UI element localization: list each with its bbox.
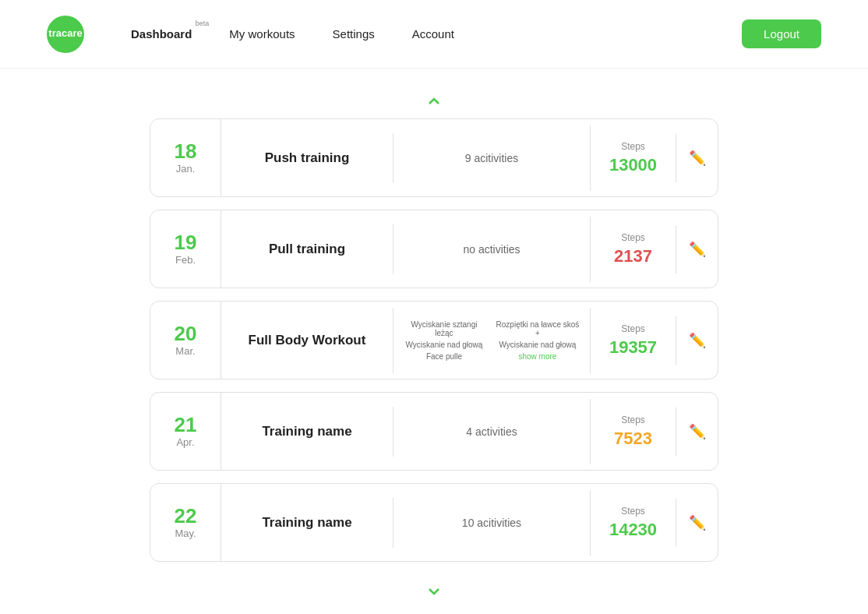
steps-value: 13000 bbox=[609, 155, 657, 175]
workout-name: Pull training bbox=[269, 242, 345, 257]
card-date: 18 Jan. bbox=[150, 119, 221, 196]
chevron-down-icon bbox=[425, 582, 443, 601]
navbar: tracare Dashboard beta My workouts Setti… bbox=[0, 0, 868, 69]
workout-name: Training name bbox=[262, 424, 351, 439]
steps-label: Steps bbox=[621, 506, 645, 517]
steps-label: Steps bbox=[621, 141, 645, 152]
scroll-down-button[interactable] bbox=[150, 574, 718, 609]
workout-list: 18 Jan. Push training 9 acitivities Step… bbox=[150, 118, 718, 562]
card-activities: 10 acitivities bbox=[393, 498, 590, 548]
card-activities: no activities bbox=[393, 224, 590, 274]
workout-name: Full Body Workout bbox=[249, 333, 366, 348]
edit-icon: ✏️ bbox=[689, 241, 706, 258]
card-steps: Steps 19357 bbox=[590, 308, 676, 373]
card-name: Training name bbox=[221, 496, 393, 549]
scroll-up-button[interactable] bbox=[150, 84, 718, 118]
edit-button[interactable]: ✏️ bbox=[676, 499, 718, 547]
card-activities: 9 acitivities bbox=[393, 133, 590, 183]
edit-icon: ✏️ bbox=[689, 514, 706, 531]
workout-name: Push training bbox=[265, 150, 350, 166]
card-date: 22 May. bbox=[150, 484, 221, 561]
edit-button[interactable]: ✏️ bbox=[676, 316, 718, 365]
nav-links: Dashboard beta My workouts Settings Acco… bbox=[131, 27, 742, 41]
steps-value: 7523 bbox=[614, 429, 652, 449]
date-number: 18 bbox=[175, 141, 197, 161]
edit-icon: ✏️ bbox=[689, 332, 706, 349]
card-activities-detail: Wyciskanie sztangi leżącWyciskanie nad g… bbox=[393, 308, 590, 373]
date-month: Jan. bbox=[176, 163, 196, 175]
detail-item: Wyciskanie nad głową bbox=[493, 341, 582, 349]
show-more-button[interactable]: show more bbox=[493, 352, 582, 361]
workout-card: 21 Apr. Training name 4 activities Steps… bbox=[150, 392, 718, 471]
chevron-up-icon bbox=[425, 92, 443, 111]
workout-name: Training name bbox=[262, 515, 351, 531]
detail-col-2: Rozpiętki na ławce skoś + Wyciskanie nad… bbox=[493, 320, 582, 361]
detail-item: Rozpiętki na ławce skoś + bbox=[493, 320, 582, 337]
detail-item: Face pulle bbox=[401, 352, 487, 361]
detail-item: Wyciskanie nad głową bbox=[401, 341, 487, 349]
activities-text: no activities bbox=[463, 243, 520, 256]
date-number: 22 bbox=[175, 506, 197, 526]
workout-card: 18 Jan. Push training 9 acitivities Step… bbox=[150, 118, 718, 197]
activities-text: 10 acitivities bbox=[462, 517, 521, 529]
workout-card: 19 Feb. Pull training no activities Step… bbox=[150, 210, 718, 288]
card-name: Pull training bbox=[221, 223, 393, 276]
card-date: 20 Mar. bbox=[150, 302, 221, 379]
steps-value: 14230 bbox=[609, 520, 657, 540]
card-steps: Steps 2137 bbox=[590, 217, 676, 282]
activities-text: 4 activities bbox=[466, 425, 517, 438]
date-month: Mar. bbox=[175, 345, 195, 357]
date-month: May. bbox=[175, 528, 196, 539]
edit-icon: ✏️ bbox=[689, 423, 706, 440]
date-month: Apr. bbox=[176, 436, 194, 448]
date-month: Feb. bbox=[175, 254, 196, 266]
detail-col-1: Wyciskanie sztangi leżącWyciskanie nad g… bbox=[401, 320, 487, 361]
edit-button[interactable]: ✏️ bbox=[676, 225, 718, 273]
logo: tracare bbox=[47, 16, 84, 53]
date-number: 21 bbox=[175, 415, 197, 435]
nav-link-settings[interactable]: Settings bbox=[333, 27, 375, 41]
card-steps: Steps 14230 bbox=[590, 490, 676, 556]
card-date: 19 Feb. bbox=[150, 210, 221, 288]
workout-card: 22 May. Training name 10 acitivities Ste… bbox=[150, 483, 718, 562]
edit-icon: ✏️ bbox=[689, 150, 706, 167]
workout-card: 20 Mar. Full Body Workout Wyciskanie szt… bbox=[150, 301, 718, 379]
card-name: Full Body Workout bbox=[221, 314, 393, 367]
card-steps: Steps 7523 bbox=[590, 399, 676, 464]
date-number: 20 bbox=[175, 323, 197, 344]
card-activities: 4 activities bbox=[393, 407, 590, 457]
steps-value: 19357 bbox=[609, 337, 657, 358]
detail-item: Wyciskanie sztangi leżąc bbox=[401, 320, 487, 337]
logout-button[interactable]: Logout bbox=[742, 19, 821, 48]
main-content: 18 Jan. Push training 9 acitivities Step… bbox=[150, 69, 718, 614]
steps-label: Steps bbox=[621, 415, 645, 425]
card-name: Training name bbox=[221, 405, 393, 458]
date-number: 19 bbox=[175, 232, 197, 252]
edit-button[interactable]: ✏️ bbox=[676, 134, 718, 182]
card-steps: Steps 13000 bbox=[590, 125, 676, 191]
steps-value: 2137 bbox=[614, 246, 652, 266]
nav-link-dashboard[interactable]: Dashboard beta bbox=[131, 27, 192, 41]
steps-label: Steps bbox=[621, 323, 645, 334]
activities-text: 9 acitivities bbox=[465, 152, 518, 164]
beta-badge: beta bbox=[196, 19, 210, 27]
card-date: 21 Apr. bbox=[150, 393, 221, 470]
card-name: Push training bbox=[221, 132, 393, 185]
nav-link-workouts[interactable]: My workouts bbox=[229, 27, 295, 41]
steps-label: Steps bbox=[621, 232, 645, 243]
nav-link-account[interactable]: Account bbox=[412, 27, 454, 41]
edit-button[interactable]: ✏️ bbox=[676, 408, 718, 456]
